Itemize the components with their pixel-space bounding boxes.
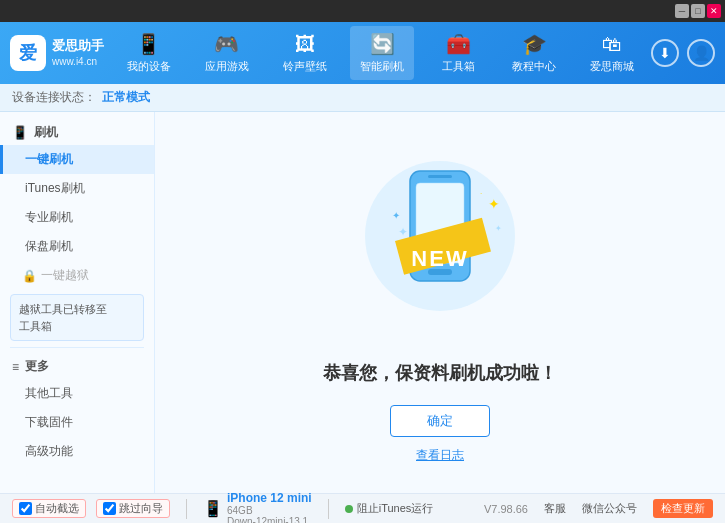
- nav-item-smart-flash[interactable]: 🔄 智能刷机: [350, 26, 414, 80]
- svg-text:·: ·: [480, 189, 482, 198]
- store-icon: 🛍: [602, 33, 622, 56]
- user-button[interactable]: 👤: [687, 39, 715, 67]
- brand-name: 爱思助手: [52, 37, 104, 55]
- svg-text:✦: ✦: [392, 210, 400, 221]
- status-label: 设备连接状态：: [12, 89, 96, 106]
- toolbox-icon: 🧰: [446, 32, 471, 56]
- bottom-left-section: 自动截选 跳过向导 📱 iPhone 12 mini 64GB Down-12m…: [12, 491, 433, 524]
- auto-jump-checkbox[interactable]: [19, 502, 32, 515]
- toolbox-label: 工具箱: [442, 59, 475, 74]
- device-storage: 64GB: [227, 505, 312, 516]
- itunes-flash-label: iTunes刷机: [25, 181, 85, 195]
- svg-text:NEW: NEW: [411, 246, 468, 271]
- sidebar: 📱 刷机 一键刷机 iTunes刷机 专业刷机 保盘刷机 🔒 一键越狱 越狱工具…: [0, 112, 155, 493]
- my-device-label: 我的设备: [127, 59, 171, 74]
- customer-service-link[interactable]: 客服: [544, 501, 566, 516]
- svg-text:✦: ✦: [398, 225, 408, 239]
- header: 爱 爱思助手 www.i4.cn 📱 我的设备 🎮 应用游戏 🖼 铃声壁纸 🔄 …: [0, 22, 725, 84]
- smart-flash-icon: 🔄: [370, 32, 395, 56]
- bottom-divider2: [328, 499, 329, 519]
- pro-flash-label: 专业刷机: [25, 210, 73, 224]
- checkbox-options: 自动截选 跳过向导: [12, 499, 170, 518]
- sidebar-item-save-flash[interactable]: 保盘刷机: [0, 232, 154, 261]
- svg-text:✦: ✦: [495, 224, 502, 233]
- secondary-link[interactable]: 查看日志: [416, 447, 464, 464]
- nav-item-store[interactable]: 🛍 爱思商城: [580, 27, 644, 80]
- brand-url: www.i4.cn: [52, 55, 104, 69]
- skip-guide-checkbox[interactable]: [103, 502, 116, 515]
- flash-section-title: 刷机: [34, 124, 58, 141]
- itunes-indicator: 阻止iTunes运行: [345, 501, 434, 516]
- sidebar-section-flash: 📱 刷机: [0, 120, 154, 145]
- nav-menu: 📱 我的设备 🎮 应用游戏 🖼 铃声壁纸 🔄 智能刷机 🧰 工具箱 🎓 教程中心…: [110, 26, 651, 80]
- content-area: NEW ✦ ✦ ✦ · ✦ 恭喜您，保资料刷机成功啦！ 确定 查看日志: [155, 112, 725, 493]
- auto-jump-checkbox-label[interactable]: 自动截选: [12, 499, 86, 518]
- sidebar-item-itunes-flash[interactable]: iTunes刷机: [0, 174, 154, 203]
- close-button[interactable]: ✕: [707, 4, 721, 18]
- success-message: 恭喜您，保资料刷机成功啦！: [323, 361, 557, 385]
- confirm-button[interactable]: 确定: [390, 405, 490, 437]
- save-flash-label: 保盘刷机: [25, 239, 73, 253]
- my-device-icon: 📱: [136, 32, 161, 56]
- nav-item-my-device[interactable]: 📱 我的设备: [117, 26, 181, 80]
- status-bar: 设备连接状态： 正常模式: [0, 84, 725, 112]
- download-button[interactable]: ⬇: [651, 39, 679, 67]
- skip-guide-label: 跳过向导: [119, 501, 163, 516]
- sidebar-section-more: ≡ 更多: [0, 354, 154, 379]
- logo-area: 爱 爱思助手 www.i4.cn: [10, 35, 110, 71]
- device-model: Down-12mini-13,1: [227, 516, 312, 524]
- tutorial-label: 教程中心: [512, 59, 556, 74]
- window-controls: ─ □ ✕: [675, 4, 721, 18]
- smart-flash-label: 智能刷机: [360, 59, 404, 74]
- phone-illustration: NEW ✦ ✦ ✦ · ✦: [340, 141, 540, 341]
- wechat-link[interactable]: 微信公众号: [582, 501, 637, 516]
- logo-text: 爱思助手 www.i4.cn: [52, 37, 104, 69]
- wallpaper-icon: 🖼: [295, 33, 315, 56]
- nav-item-apps-games[interactable]: 🎮 应用游戏: [195, 26, 259, 80]
- apps-games-label: 应用游戏: [205, 59, 249, 74]
- bottom-divider1: [186, 499, 187, 519]
- itunes-status-dot: [345, 505, 353, 513]
- nav-item-toolbox[interactable]: 🧰 工具箱: [428, 26, 488, 80]
- nav-item-wallpaper[interactable]: 🖼 铃声壁纸: [273, 27, 337, 80]
- maximize-button[interactable]: □: [691, 4, 705, 18]
- device-small-icon: 📱: [203, 499, 223, 518]
- flash-section-icon: 📱: [12, 125, 28, 140]
- lock-icon: 🔒: [22, 269, 37, 283]
- download-firmware-label: 下载固件: [25, 415, 73, 429]
- auto-jump-label: 自动截选: [35, 501, 79, 516]
- more-section-icon: ≡: [12, 360, 19, 374]
- store-label: 爱思商城: [590, 59, 634, 74]
- other-tools-label: 其他工具: [25, 386, 73, 400]
- sidebar-divider: [10, 347, 144, 348]
- skip-guide-checkbox-label[interactable]: 跳过向导: [96, 499, 170, 518]
- sidebar-item-pro-flash[interactable]: 专业刷机: [0, 203, 154, 232]
- notice-text: 越狱工具已转移至工具箱: [19, 303, 107, 332]
- sidebar-item-one-click-flash[interactable]: 一键刷机: [0, 145, 154, 174]
- one-click-flash-label: 一键刷机: [25, 152, 73, 166]
- sidebar-item-other-tools[interactable]: 其他工具: [0, 379, 154, 408]
- header-actions: ⬇ 👤: [651, 39, 715, 67]
- update-button[interactable]: 检查更新: [653, 499, 713, 518]
- logo-icon: 爱: [10, 35, 46, 71]
- sidebar-jailbreak-notice: 越狱工具已转移至工具箱: [10, 294, 144, 341]
- more-section-title: 更多: [25, 358, 49, 375]
- sidebar-item-jailbreak-disabled: 🔒 一键越狱: [0, 261, 154, 290]
- bottom-right-section: V7.98.66 客服 微信公众号 检查更新: [484, 499, 713, 518]
- illustration-container: NEW ✦ ✦ ✦ · ✦: [340, 141, 540, 341]
- minimize-button[interactable]: ─: [675, 4, 689, 18]
- device-name: iPhone 12 mini: [227, 491, 312, 505]
- sidebar-item-advanced[interactable]: 高级功能: [0, 437, 154, 466]
- tutorial-icon: 🎓: [522, 32, 547, 56]
- apps-games-icon: 🎮: [214, 32, 239, 56]
- nav-item-tutorial[interactable]: 🎓 教程中心: [502, 26, 566, 80]
- bottom-bar: 自动截选 跳过向导 📱 iPhone 12 mini 64GB Down-12m…: [0, 493, 725, 523]
- main-layout: 📱 刷机 一键刷机 iTunes刷机 专业刷机 保盘刷机 🔒 一键越狱 越狱工具…: [0, 112, 725, 493]
- sidebar-item-download-firmware[interactable]: 下载固件: [0, 408, 154, 437]
- device-info: iPhone 12 mini 64GB Down-12mini-13,1: [227, 491, 312, 524]
- device-section: 📱 iPhone 12 mini 64GB Down-12mini-13,1: [203, 491, 312, 524]
- status-value: 正常模式: [102, 89, 150, 106]
- itunes-label: 阻止iTunes运行: [357, 501, 434, 516]
- title-bar: ─ □ ✕: [0, 0, 725, 22]
- version-label: V7.98.66: [484, 503, 528, 515]
